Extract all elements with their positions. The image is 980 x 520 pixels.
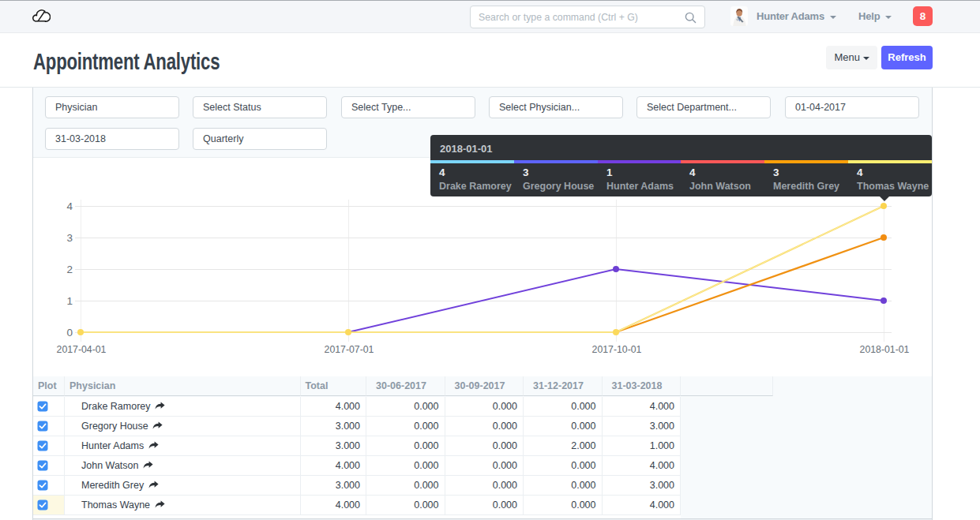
svg-text:4: 4 [66,200,73,212]
svg-text:2018-01-01: 2018-01-01 [860,344,910,355]
svg-text:2017-07-01: 2017-07-01 [325,344,374,355]
svg-text:2017-04-01: 2017-04-01 [57,344,107,355]
svg-text:1: 1 [66,295,73,307]
svg-text:0: 0 [66,327,73,339]
svg-text:3: 3 [66,232,73,244]
svg-text:2: 2 [66,264,73,275]
svg-text:2017-10-01: 2017-10-01 [592,344,642,355]
